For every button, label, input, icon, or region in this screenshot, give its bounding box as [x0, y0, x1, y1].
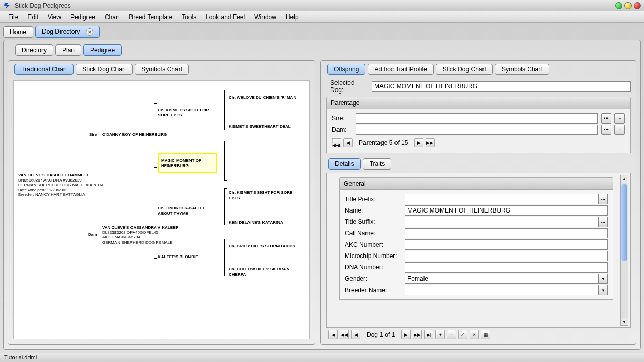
- ggp1[interactable]: Ch. WELOVE DU CHIEN'S 'R' MAN: [229, 95, 296, 100]
- tab-traditional-chart[interactable]: Traditional Chart: [14, 64, 74, 75]
- bracket: [224, 188, 227, 225]
- dropdown-button[interactable]: ▼: [598, 274, 608, 284]
- ggp5[interactable]: Ch. BRIER HILL'S STORM BUDDY: [229, 244, 296, 249]
- menu-breed-template[interactable]: Breed Template: [125, 12, 177, 22]
- field-row-2: Title Suffix:•••: [345, 217, 608, 227]
- dam-browse-button[interactable]: •••: [601, 125, 611, 135]
- dog-add-button[interactable]: +: [435, 330, 445, 339]
- tab-traits[interactable]: Traits: [363, 158, 392, 170]
- dog-nav-prev-page[interactable]: ◀◀: [340, 330, 349, 339]
- tab-dog-directory-label: Dog Directory: [42, 28, 80, 35]
- dam-input[interactable]: [356, 125, 598, 135]
- sire-name[interactable]: O'DANNY BOY OF HEINERBURG: [102, 132, 167, 138]
- minimize-button[interactable]: [615, 2, 622, 9]
- menu-chart[interactable]: Chart: [100, 12, 124, 22]
- menubar: File Edit View Pedigree Chart Breed Temp…: [0, 11, 644, 23]
- nav-next[interactable]: ▶: [414, 138, 423, 147]
- menu-window[interactable]: Window: [250, 12, 281, 22]
- nav-prev[interactable]: ◀: [343, 138, 353, 147]
- chart-type-tabs: Traditional Chart Stick Dog Chart Symbol…: [14, 64, 312, 75]
- tab-symbols-chart[interactable]: Symbols Chart: [135, 64, 189, 75]
- scroll-thumb[interactable]: [621, 184, 627, 261]
- field-input[interactable]: [405, 285, 598, 295]
- subtab-plan[interactable]: Plan: [55, 44, 81, 56]
- field-input[interactable]: [405, 217, 598, 227]
- field-row-7: Gender:▼: [345, 274, 608, 284]
- scroll-up-icon[interactable]: ▲: [621, 175, 628, 183]
- scroll-down-icon[interactable]: ▼: [621, 318, 628, 325]
- tab-close-icon[interactable]: ✕: [86, 28, 93, 36]
- details-area: General Title Prefix:•••Name:Title Suffi…: [326, 173, 631, 328]
- ellipsis-button[interactable]: •••: [598, 194, 608, 204]
- gp-sire-dam-selected[interactable]: MAGIC MOMENT OF HEINERBURG: [158, 153, 217, 173]
- menu-view[interactable]: View: [43, 12, 65, 22]
- dog-nav-prev[interactable]: ◀: [351, 330, 360, 339]
- maximize-button[interactable]: [624, 2, 632, 9]
- menu-tools[interactable]: Tools: [178, 12, 200, 22]
- dog-nav-first[interactable]: |◀: [328, 330, 338, 339]
- tab-dog-directory[interactable]: Dog Directory ✕: [35, 26, 100, 38]
- tab-stick-dog-chart-r[interactable]: Stick Dog Chart: [436, 64, 493, 75]
- pedigree-canvas[interactable]: VAN CLEVE'S DASHIELL HAMMETT DN05360207 …: [13, 80, 310, 339]
- tab-home[interactable]: Home: [3, 26, 33, 38]
- subtab-pedigree[interactable]: Pedigree: [83, 44, 122, 56]
- tab-offspring[interactable]: Offspring: [327, 64, 365, 75]
- field-input[interactable]: [405, 228, 608, 238]
- details-scrollbar[interactable]: ▲ ▼: [620, 175, 628, 326]
- menu-look-and-feel[interactable]: Look and Feel: [201, 12, 249, 22]
- nav-first[interactable]: |◀◀: [332, 138, 341, 147]
- ggp2[interactable]: KISMET'S SWEETHEART DEAL: [229, 124, 291, 129]
- tab-adhoc-trait[interactable]: Ad hoc Trait Profile: [368, 64, 433, 75]
- statusbar-filename: Tutorial.ddml: [4, 354, 37, 360]
- parentage-header: Parentage: [326, 97, 631, 109]
- menu-edit[interactable]: Edit: [23, 12, 42, 22]
- dog-nav-next[interactable]: ▶: [401, 330, 411, 339]
- subject-dog[interactable]: VAN CLEVE'S DASHIELL HAMMETT DN05360207 …: [18, 173, 103, 198]
- menu-file[interactable]: File: [4, 12, 22, 22]
- ggp4[interactable]: KEN-DELAINE'S KATARINA: [229, 220, 283, 225]
- dog-nav-last[interactable]: ▶|: [424, 330, 433, 339]
- field-input[interactable]: [405, 205, 608, 216]
- dog-remove-button[interactable]: −: [447, 330, 456, 339]
- statusbar: Tutorial.ddml: [0, 353, 644, 362]
- sire-input[interactable]: [356, 113, 598, 124]
- sire-clear-button[interactable]: −: [614, 113, 625, 124]
- sire-label: Sire: [89, 132, 97, 138]
- dog-confirm-button[interactable]: ✓: [458, 330, 467, 339]
- parentage-section: Parentage Sire: ••• − Dam: ••• −: [326, 97, 631, 153]
- dam-name[interactable]: VAN CLEVE'S CASSANDRA V KALEEF DL8338320…: [102, 225, 178, 245]
- sire-browse-button[interactable]: •••: [601, 113, 611, 124]
- window-controls: [615, 2, 641, 9]
- gp-dam-dam[interactable]: KALEEF'S BLONDIE: [158, 254, 198, 260]
- dog-grid-button[interactable]: ▦: [481, 330, 490, 339]
- tab-symbols-chart-r[interactable]: Symbols Chart: [495, 64, 549, 75]
- dog-nav-next-page[interactable]: ▶▶: [413, 330, 422, 339]
- field-label: Breeder Name:: [345, 286, 402, 294]
- dropdown-button[interactable]: ▼: [598, 285, 608, 295]
- field-input[interactable]: [405, 262, 608, 273]
- gp-dam-sire[interactable]: Ch. TINDROCK-KALEEF ABOUT THYME: [158, 206, 220, 216]
- tab-home-label: Home: [10, 28, 26, 36]
- field-label: Gender:: [345, 275, 402, 282]
- dam-clear-button[interactable]: −: [614, 125, 625, 135]
- tab-details[interactable]: Details: [328, 158, 361, 170]
- ggp3[interactable]: Ch. KISMET'S SIGHT FOR SORE EYES: [229, 190, 296, 200]
- panel-offspring: Offspring Ad hoc Trait Profile Stick Dog…: [320, 60, 636, 345]
- field-input[interactable]: [405, 239, 608, 250]
- menu-help[interactable]: Help: [282, 12, 303, 22]
- field-input[interactable]: [405, 194, 598, 204]
- right-tabs: Offspring Ad hoc Trait Profile Stick Dog…: [327, 64, 633, 75]
- ellipsis-button[interactable]: •••: [598, 217, 608, 227]
- gp-sire-sire[interactable]: Ch. KISMET'S SIGHT FOR SORE EYES: [158, 108, 220, 117]
- subtab-directory[interactable]: Directory: [15, 44, 53, 56]
- close-button[interactable]: [634, 2, 641, 9]
- selected-dog-input[interactable]: [372, 81, 631, 92]
- dog-cancel-button[interactable]: ✕: [470, 330, 479, 339]
- content-outer: Directory Plan Pedigree Traditional Char…: [3, 40, 641, 350]
- tab-stick-dog-chart[interactable]: Stick Dog Chart: [76, 64, 133, 75]
- ggp6[interactable]: Ch. HOLLOW HILLS' SIERRA V CHERPA: [229, 267, 296, 277]
- field-input[interactable]: [405, 251, 608, 261]
- nav-last[interactable]: ▶▶|: [426, 138, 435, 147]
- menu-pedigree[interactable]: Pedigree: [66, 12, 99, 22]
- field-input[interactable]: [405, 274, 598, 284]
